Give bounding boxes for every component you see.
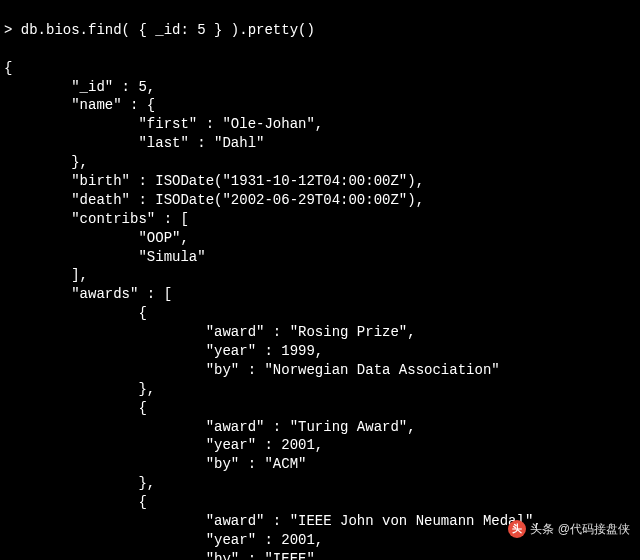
watermark-logo-icon: 头 [508,520,526,538]
command-line[interactable]: > db.bios.find( { _id: 5 } ).pretty() [4,21,636,40]
watermark-handle: @代码接盘侠 [558,521,630,537]
watermark-prefix: 头条 [530,521,554,537]
terminal-output: > db.bios.find( { _id: 5 } ).pretty() { … [0,0,640,560]
watermark: 头 头条 @代码接盘侠 [508,520,630,538]
json-output: { "_id" : 5, "name" : { "first" : "Ole-J… [4,59,636,560]
